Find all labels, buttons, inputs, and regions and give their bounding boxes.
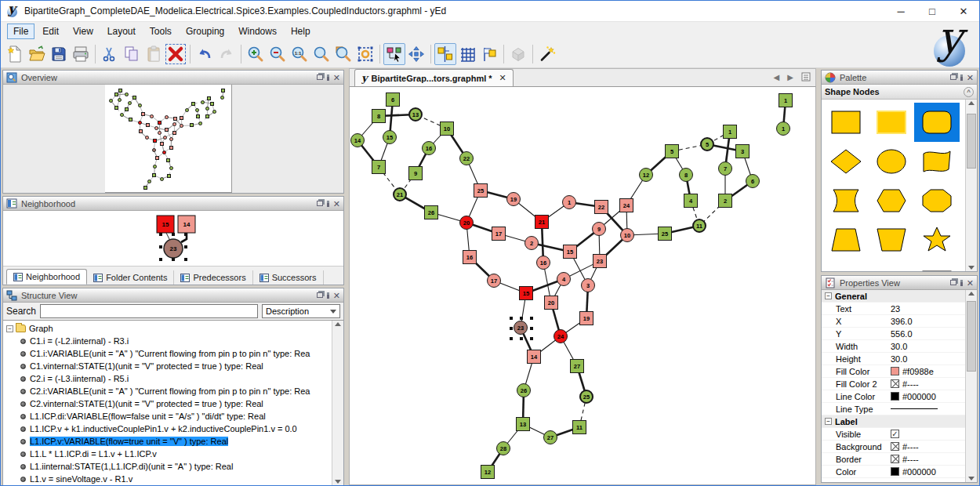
- close-icon[interactable]: ✕: [333, 74, 340, 81]
- graph-node-circle-10[interactable]: 10: [620, 228, 634, 242]
- palette-shape-triangle[interactable]: [823, 259, 869, 271]
- tab-back-icon[interactable]: ◀: [774, 73, 780, 82]
- pin-icon[interactable]: [327, 201, 329, 207]
- tree-item[interactable]: C2.i:VARIABLE(unit = "A" ) "Current flow…: [6, 385, 332, 397]
- delete-button[interactable]: [165, 43, 187, 65]
- tree-item[interactable]: L1.ICP.v + k1.inductiveCouplePin1.v + k2…: [6, 423, 332, 435]
- graph-node-circle-1[interactable]: 1: [776, 121, 790, 136]
- tab-successors[interactable]: Successors: [253, 270, 324, 285]
- overview-title-bar[interactable]: Overview ✕: [3, 71, 343, 85]
- float-icon[interactable]: [317, 292, 323, 298]
- palette-shape-octagon[interactable]: [914, 181, 960, 220]
- collapse-icon[interactable]: ^: [964, 87, 974, 97]
- snap-lines-button[interactable]: [434, 43, 456, 65]
- palette-scrollbar[interactable]: [965, 100, 977, 271]
- collapse-icon[interactable]: −: [825, 418, 832, 425]
- edit-mode-button[interactable]: [383, 43, 405, 65]
- graph-node-circle-21[interactable]: 21: [393, 187, 407, 201]
- document-tab[interactable]: y BipartiteGrap...tors.graphml * ✕: [354, 69, 514, 86]
- collapse-icon[interactable]: −: [825, 292, 832, 299]
- collapse-icon[interactable]: −: [6, 325, 13, 332]
- property-row-fill-color[interactable]: Fill Color#f0988e: [822, 365, 965, 378]
- property-row-color[interactable]: Color#000000: [822, 466, 965, 478]
- graph-canvas[interactable]: 6813141510162279212625192017221122249101…: [349, 87, 816, 485]
- structure-title-bar[interactable]: Structure View ✕: [3, 288, 343, 303]
- property-row-visible[interactable]: Visible✓: [822, 428, 965, 441]
- graph-node-square-26[interactable]: 26: [424, 205, 438, 219]
- grid-button[interactable]: [456, 43, 478, 65]
- graph-node-square-24[interactable]: 24: [619, 198, 633, 212]
- graph-node-circle-15[interactable]: 15: [383, 130, 397, 144]
- property-row-y[interactable]: Y556.0: [822, 328, 965, 340]
- graph-node-circle-5[interactable]: 5: [700, 137, 714, 151]
- graph-node-square-10[interactable]: 10: [440, 121, 454, 136]
- scroll-up-icon[interactable]: [335, 322, 341, 326]
- graph-node-square-21[interactable]: 21: [535, 215, 549, 229]
- graph-node-square-3[interactable]: 3: [735, 144, 750, 158]
- float-icon[interactable]: [317, 74, 323, 80]
- property-row-border[interactable]: Border#----: [822, 453, 965, 466]
- tab-forward-icon[interactable]: ▶: [787, 73, 793, 82]
- palette-shape-trapezoid[interactable]: [823, 220, 869, 259]
- palette-shape-triangle-2[interactable]: [869, 259, 914, 271]
- selection-handle[interactable]: [530, 337, 533, 340]
- pin-icon[interactable]: [960, 74, 963, 81]
- tab-close-icon[interactable]: ✕: [499, 73, 506, 83]
- graph-node-square-25[interactable]: 25: [658, 227, 672, 241]
- graph-node-square-22[interactable]: 22: [594, 200, 608, 214]
- zoom-out-button[interactable]: [267, 43, 289, 65]
- graph-node-square-6[interactable]: 6: [386, 92, 400, 107]
- graph-node-square-12[interactable]: 12: [481, 465, 495, 479]
- scroll-down-icon[interactable]: [335, 480, 341, 484]
- graph-node-circle-12[interactable]: 12: [639, 168, 653, 182]
- graph-node-circle-13[interactable]: 13: [408, 107, 423, 121]
- wizard-button[interactable]: [536, 43, 558, 65]
- tab-neighborhood[interactable]: Neighborhood: [6, 269, 87, 285]
- menu-edit[interactable]: Edit: [36, 24, 65, 39]
- filter-dropdown[interactable]: Description: [262, 304, 340, 318]
- graph-node-circle-28[interactable]: 28: [496, 441, 510, 455]
- property-row-width[interactable]: Width30.0: [822, 340, 965, 353]
- float-icon[interactable]: [950, 74, 956, 80]
- graph-node-square-7[interactable]: 7: [372, 160, 386, 174]
- selection-handle[interactable]: [520, 317, 523, 320]
- properties-scrollbar[interactable]: [965, 290, 977, 482]
- graph-node-circle-23[interactable]: 23: [514, 321, 528, 335]
- scroll-down-icon[interactable]: [968, 477, 975, 481]
- palette-shape-star-5[interactable]: [914, 220, 960, 259]
- new-document-button[interactable]: [4, 43, 26, 65]
- properties-section-label[interactable]: −Label: [822, 415, 965, 428]
- neighborhood-content[interactable]: 15 14 23: [3, 211, 343, 266]
- graph-node-circle-19[interactable]: 19: [506, 192, 521, 206]
- search-input[interactable]: [40, 304, 258, 318]
- graph-node-square-20[interactable]: 20: [544, 296, 558, 310]
- graph-node-square-2[interactable]: 2: [718, 194, 732, 208]
- property-row-height[interactable]: Height30.0: [822, 353, 965, 365]
- label-flag-button[interactable]: [478, 43, 500, 65]
- pin-icon[interactable]: [960, 280, 963, 286]
- palette-shape-trapezoid-2[interactable]: [869, 220, 914, 259]
- copy-button[interactable]: [121, 43, 143, 65]
- menu-help[interactable]: Help: [285, 24, 317, 39]
- menu-windows[interactable]: Windows: [232, 24, 283, 39]
- property-row-line-type[interactable]: Line Type: [822, 403, 965, 415]
- zoom-selection-button[interactable]: [332, 43, 354, 65]
- palette-shape-ellipse[interactable]: [869, 142, 914, 181]
- graph-node-circle-26[interactable]: 26: [517, 383, 531, 397]
- palette-shape-rectangle-plain[interactable]: [869, 103, 914, 142]
- minimize-button[interactable]: ─: [885, 1, 916, 21]
- graph-node-circle-14[interactable]: 14: [350, 133, 365, 147]
- tree-item[interactable]: L1.L * L1.ICP.di = L1.v + L1.ICP.v: [6, 448, 332, 460]
- tab-folder-contents[interactable]: Folder Contents: [87, 270, 174, 285]
- no-color-swatch[interactable]: [891, 379, 899, 388]
- menu-tools[interactable]: Tools: [143, 24, 178, 39]
- pin-icon[interactable]: [327, 74, 329, 81]
- pan-mode-button[interactable]: [405, 43, 427, 65]
- graph-node-square-11[interactable]: 11: [572, 420, 586, 434]
- properties-section-general[interactable]: −General: [822, 290, 965, 303]
- color-swatch[interactable]: [891, 467, 899, 476]
- undo-button[interactable]: [194, 43, 216, 65]
- zoom-fit-button[interactable]: [310, 43, 332, 65]
- cut-button[interactable]: [99, 43, 121, 65]
- properties-title-bar[interactable]: Properties View ✕: [822, 276, 977, 290]
